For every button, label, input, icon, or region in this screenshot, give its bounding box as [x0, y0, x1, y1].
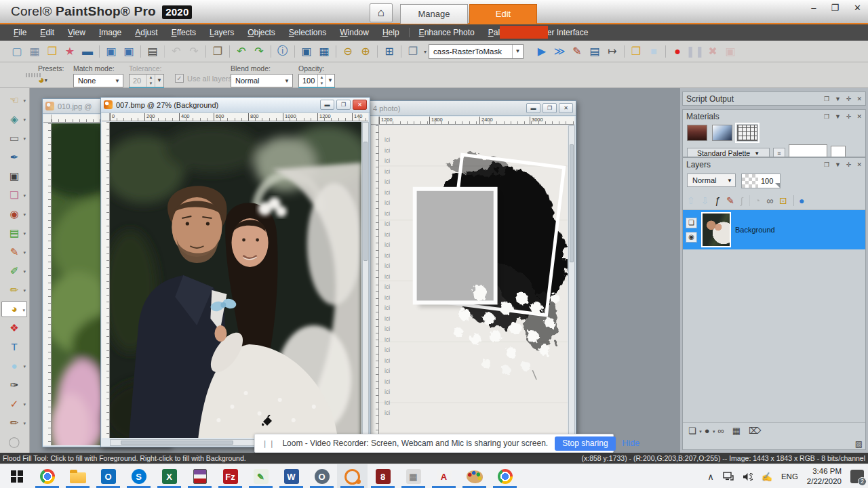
- layer-styles-button[interactable]: ƒ: [715, 195, 720, 207]
- presets-button[interactable]: ◕▾: [38, 74, 64, 86]
- document-window-photo[interactable]: 4 photo) ▬ ❐ ✕ 1200180024003000: [370, 100, 576, 446]
- panel-header[interactable]: Layers ❐▼✛✕: [683, 158, 865, 171]
- menu-item[interactable]: Selections: [282, 24, 333, 41]
- tray-chevron-icon[interactable]: ∧: [707, 472, 714, 482]
- highlight-script-button[interactable]: ∫: [741, 195, 743, 207]
- pause-script-button[interactable]: ❚❚: [686, 43, 704, 60]
- menu-item[interactable]: Image: [92, 24, 128, 41]
- palette-selector[interactable]: Standard Palette ▼: [687, 148, 770, 157]
- layer-opacity-field[interactable]: 100: [741, 174, 781, 188]
- paintshop-pro-icon[interactable]: [337, 464, 368, 488]
- image-information-button[interactable]: ⓘ: [274, 43, 292, 60]
- rainbow-tab[interactable]: [712, 125, 732, 141]
- zoom-out-button[interactable]: ⊖: [339, 43, 357, 60]
- maximize-panel-icon[interactable]: ❐: [824, 93, 829, 105]
- new-mask-layer-button[interactable]: ●: [705, 426, 710, 436]
- pin-panel-icon[interactable]: ✛: [846, 110, 852, 123]
- chrome-icon-2[interactable]: [490, 464, 520, 488]
- canvas-007[interactable]: [110, 122, 361, 438]
- swatches-tab[interactable]: [737, 125, 757, 141]
- canvas-photo[interactable]: ici ici ici ici ici ici ici ici ici ici …: [379, 125, 568, 436]
- grid-button[interactable]: ▦: [732, 426, 741, 436]
- pin-panel-icon[interactable]: ✛: [846, 93, 852, 105]
- document-title-bar[interactable]: 4 photo) ▬ ❐ ✕: [370, 101, 576, 116]
- panel-menu-icon[interactable]: ▼: [835, 110, 841, 123]
- histogram-button[interactable]: ▦: [315, 43, 333, 60]
- show-mask-button[interactable]: ◔: [755, 195, 760, 207]
- save-script-button[interactable]: ▣: [722, 43, 739, 60]
- selection-tool[interactable]: ▭: [1, 130, 27, 146]
- layer-blend-mode-dropdown[interactable]: Normal ▼: [687, 174, 736, 187]
- lock-transparency-button[interactable]: ⊡: [779, 195, 787, 207]
- straighten-tool[interactable]: ❏: [1, 187, 27, 203]
- use-all-layers-checkbox[interactable]: ✓ Use all layers: [175, 74, 232, 83]
- menu-item[interactable]: Objects: [241, 24, 282, 41]
- move-layer-down-button[interactable]: ⇩: [701, 195, 709, 207]
- vertical-scrollbar[interactable]: [568, 125, 575, 436]
- open-script-folder-button[interactable]: ❒: [627, 43, 645, 60]
- tolerance-spinner[interactable]: 20 ▲▼ ▼: [129, 74, 164, 87]
- clock[interactable]: 3:46 PM 2/22/2020: [807, 466, 842, 487]
- close-icon[interactable]: ✕: [559, 103, 573, 113]
- close-panel-icon[interactable]: ✕: [856, 110, 862, 123]
- minimize-icon[interactable]: –: [811, 3, 816, 13]
- save-as-button[interactable]: ▣: [120, 43, 138, 60]
- image-window-button[interactable]: ▣: [298, 43, 315, 60]
- chrome-icon[interactable]: [32, 464, 62, 488]
- psp8-icon[interactable]: 8: [368, 464, 398, 488]
- cancel-script-button[interactable]: ✖: [704, 43, 722, 60]
- pen-tool[interactable]: ✑: [1, 377, 27, 393]
- undo-button[interactable]: ↶: [233, 43, 250, 60]
- word-icon[interactable]: W: [276, 464, 307, 488]
- close-panel-icon[interactable]: ✕: [856, 159, 862, 171]
- layer-row-background[interactable]: ❏ ◉ Background: [683, 210, 865, 249]
- scrollbar-thumb[interactable]: [570, 144, 574, 262]
- layer-visibility-icon[interactable]: ◉: [686, 232, 697, 243]
- spinner-arrows-icon[interactable]: ▲▼: [317, 75, 326, 87]
- run-multiple-scripts-button[interactable]: ≫: [551, 43, 568, 60]
- menu-item[interactable]: Edit: [33, 24, 61, 41]
- swatch-list-button[interactable]: ≡: [773, 148, 785, 157]
- menu-item[interactable]: Effects: [165, 24, 203, 41]
- tab-manage[interactable]: Manage: [400, 4, 468, 24]
- clone-brush-tool[interactable]: ✐: [1, 263, 27, 279]
- panel-header[interactable]: Script Output ❐▼✛✕: [683, 92, 865, 105]
- new-layer-group-button[interactable]: ∞: [718, 426, 724, 436]
- filezilla-icon[interactable]: Fz: [215, 464, 245, 488]
- scrollbar-thumb[interactable]: [363, 142, 368, 261]
- skype-icon[interactable]: S: [123, 464, 154, 488]
- warp-brush-tool[interactable]: ✓: [1, 396, 27, 412]
- winrar-icon[interactable]: [184, 464, 215, 488]
- menu-item[interactable]: View: [61, 24, 92, 41]
- panel-menu-icon[interactable]: ▼: [835, 93, 841, 105]
- script-placeholder-button[interactable]: ■: [645, 43, 663, 60]
- save-button[interactable]: ▣: [102, 43, 120, 60]
- acdsee-icon[interactable]: A: [429, 464, 459, 488]
- close-panel-icon[interactable]: ✕: [856, 93, 862, 105]
- favorites-button[interactable]: ★: [61, 43, 79, 60]
- new-image-button[interactable]: ▢: [8, 43, 26, 60]
- vertical-scrollbar[interactable]: [362, 122, 369, 438]
- maximize-panel-icon[interactable]: ❐: [824, 110, 829, 123]
- text-tool[interactable]: T: [1, 339, 27, 355]
- foreground-color-swatch[interactable]: [789, 144, 827, 157]
- scrollbar-thumb[interactable]: [121, 441, 233, 445]
- menu-item[interactable]: Window: [333, 24, 376, 41]
- copy-special-button[interactable]: ❐: [404, 43, 422, 60]
- tab-edit[interactable]: Edit: [469, 4, 537, 24]
- photo-editor-icon[interactable]: ✎: [245, 464, 276, 488]
- maximize-icon[interactable]: ❐: [336, 100, 351, 110]
- excel-icon[interactable]: X: [154, 464, 184, 488]
- lighten-darken-tool[interactable]: ✏: [1, 282, 27, 298]
- crop-tool[interactable]: ▣: [1, 168, 27, 184]
- redo-button[interactable]: ↷: [250, 43, 268, 60]
- chevron-down-icon[interactable]: ▼: [155, 75, 163, 87]
- background-color-swatch[interactable]: [831, 146, 846, 157]
- mesh-warp-tool[interactable]: ✏: [1, 415, 27, 431]
- preset-shape-tool[interactable]: ●: [1, 358, 27, 374]
- language-indicator[interactable]: ENG: [781, 472, 798, 481]
- color-changer-tool[interactable]: ❖: [1, 320, 27, 336]
- start-button[interactable]: [1, 464, 32, 488]
- file-explorer-icon[interactable]: [62, 464, 93, 488]
- oil-brush-tool[interactable]: ◯: [1, 434, 27, 450]
